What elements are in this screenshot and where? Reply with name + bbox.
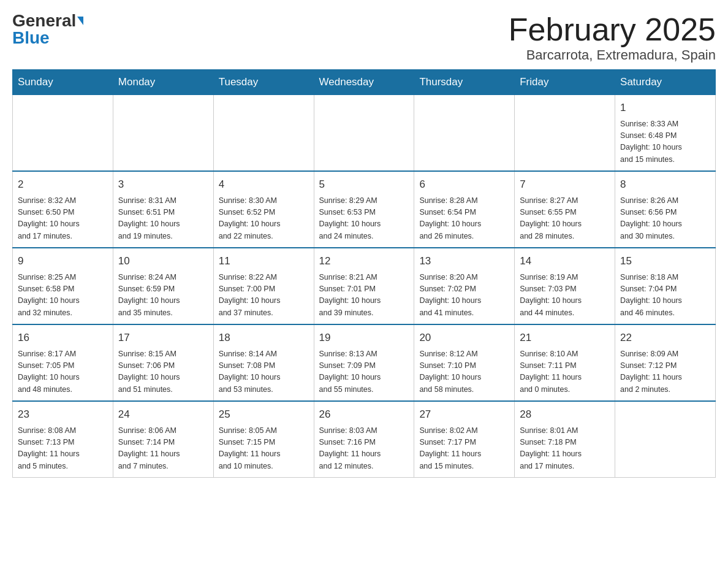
calendar-week-0: 1Sunrise: 8:33 AMSunset: 6:48 PMDaylight… [13,95,716,172]
calendar-table: Sunday Monday Tuesday Wednesday Thursday… [12,69,716,478]
page-header: General Blue February 2025 Barcarrota, E… [12,12,716,63]
table-row: 5Sunrise: 8:29 AMSunset: 6:53 PMDaylight… [314,171,414,248]
location-subtitle: Barcarrota, Extremadura, Spain [509,47,716,63]
day-number: 7 [520,177,610,193]
table-row [515,95,615,172]
day-info: Sunrise: 8:26 AMSunset: 6:56 PMDaylight:… [620,195,710,243]
day-number: 25 [219,407,309,423]
day-number: 19 [319,330,409,346]
table-row: 21Sunrise: 8:10 AMSunset: 7:11 PMDayligh… [515,324,615,401]
day-number: 28 [520,407,610,423]
day-info: Sunrise: 8:18 AMSunset: 7:04 PMDaylight:… [620,272,710,320]
day-info: Sunrise: 8:13 AMSunset: 7:09 PMDaylight:… [319,348,409,396]
table-row: 23Sunrise: 8:08 AMSunset: 7:13 PMDayligh… [13,401,113,478]
day-number: 6 [419,177,509,193]
calendar-header-row: Sunday Monday Tuesday Wednesday Thursday… [13,70,716,95]
table-row: 3Sunrise: 8:31 AMSunset: 6:51 PMDaylight… [113,171,213,248]
table-row: 8Sunrise: 8:26 AMSunset: 6:56 PMDaylight… [615,171,716,248]
table-row: 22Sunrise: 8:09 AMSunset: 7:12 PMDayligh… [615,324,716,401]
day-info: Sunrise: 8:01 AMSunset: 7:18 PMDaylight:… [520,425,610,473]
calendar-week-1: 2Sunrise: 8:32 AMSunset: 6:50 PMDaylight… [13,171,716,248]
table-row: 2Sunrise: 8:32 AMSunset: 6:50 PMDaylight… [13,171,113,248]
calendar-week-4: 23Sunrise: 8:08 AMSunset: 7:13 PMDayligh… [13,401,716,478]
day-number: 21 [520,330,610,346]
table-row [213,95,314,172]
header-thursday: Thursday [414,70,515,95]
table-row: 16Sunrise: 8:17 AMSunset: 7:05 PMDayligh… [13,324,113,401]
day-info: Sunrise: 8:20 AMSunset: 7:02 PMDaylight:… [419,272,509,320]
day-info: Sunrise: 8:08 AMSunset: 7:13 PMDaylight:… [18,425,108,473]
table-row: 18Sunrise: 8:14 AMSunset: 7:08 PMDayligh… [213,324,314,401]
header-tuesday: Tuesday [213,70,314,95]
day-info: Sunrise: 8:33 AMSunset: 6:48 PMDaylight:… [620,118,710,166]
day-number: 20 [419,330,509,346]
day-number: 12 [319,253,409,269]
header-wednesday: Wednesday [314,70,414,95]
table-row: 27Sunrise: 8:02 AMSunset: 7:17 PMDayligh… [414,401,515,478]
day-info: Sunrise: 8:24 AMSunset: 6:59 PMDaylight:… [118,272,208,320]
day-info: Sunrise: 8:12 AMSunset: 7:10 PMDaylight:… [419,348,509,396]
day-number: 26 [319,407,409,423]
day-info: Sunrise: 8:09 AMSunset: 7:12 PMDaylight:… [620,348,710,396]
table-row: 12Sunrise: 8:21 AMSunset: 7:01 PMDayligh… [314,248,414,324]
table-row: 17Sunrise: 8:15 AMSunset: 7:06 PMDayligh… [113,324,213,401]
day-info: Sunrise: 8:05 AMSunset: 7:15 PMDaylight:… [219,425,309,473]
day-number: 10 [118,253,208,269]
month-title: February 2025 [509,12,716,47]
day-number: 13 [419,253,509,269]
day-number: 24 [118,407,208,423]
day-info: Sunrise: 8:10 AMSunset: 7:11 PMDaylight:… [520,348,610,396]
day-number: 17 [118,330,208,346]
day-info: Sunrise: 8:27 AMSunset: 6:55 PMDaylight:… [520,195,610,243]
table-row: 24Sunrise: 8:06 AMSunset: 7:14 PMDayligh… [113,401,213,478]
day-number: 4 [219,177,309,193]
day-number: 11 [219,253,309,269]
header-saturday: Saturday [615,70,716,95]
table-row: 15Sunrise: 8:18 AMSunset: 7:04 PMDayligh… [615,248,716,324]
calendar-week-3: 16Sunrise: 8:17 AMSunset: 7:05 PMDayligh… [13,324,716,401]
day-number: 23 [18,407,108,423]
header-monday: Monday [113,70,213,95]
table-row [615,401,716,478]
day-info: Sunrise: 8:15 AMSunset: 7:06 PMDaylight:… [118,348,208,396]
day-info: Sunrise: 8:32 AMSunset: 6:50 PMDaylight:… [18,195,108,243]
table-row: 14Sunrise: 8:19 AMSunset: 7:03 PMDayligh… [515,248,615,324]
day-info: Sunrise: 8:02 AMSunset: 7:17 PMDaylight:… [419,425,509,473]
table-row: 25Sunrise: 8:05 AMSunset: 7:15 PMDayligh… [213,401,314,478]
table-row: 26Sunrise: 8:03 AMSunset: 7:16 PMDayligh… [314,401,414,478]
day-info: Sunrise: 8:03 AMSunset: 7:16 PMDaylight:… [319,425,409,473]
day-info: Sunrise: 8:29 AMSunset: 6:53 PMDaylight:… [319,195,409,243]
day-number: 5 [319,177,409,193]
day-info: Sunrise: 8:31 AMSunset: 6:51 PMDaylight:… [118,195,208,243]
day-number: 18 [219,330,309,346]
logo-blue: Blue [12,29,50,47]
day-number: 3 [118,177,208,193]
table-row: 13Sunrise: 8:20 AMSunset: 7:02 PMDayligh… [414,248,515,324]
day-info: Sunrise: 8:14 AMSunset: 7:08 PMDaylight:… [219,348,309,396]
day-number: 2 [18,177,108,193]
day-number: 15 [620,253,710,269]
logo-triangle-icon [77,17,83,25]
title-section: February 2025 Barcarrota, Extremadura, S… [509,12,716,63]
day-number: 14 [520,253,610,269]
header-friday: Friday [515,70,615,95]
day-info: Sunrise: 8:25 AMSunset: 6:58 PMDaylight:… [18,272,108,320]
day-info: Sunrise: 8:30 AMSunset: 6:52 PMDaylight:… [219,195,309,243]
day-info: Sunrise: 8:22 AMSunset: 7:00 PMDaylight:… [219,272,309,320]
day-number: 9 [18,253,108,269]
table-row: 1Sunrise: 8:33 AMSunset: 6:48 PMDaylight… [615,95,716,172]
table-row: 19Sunrise: 8:13 AMSunset: 7:09 PMDayligh… [314,324,414,401]
day-info: Sunrise: 8:19 AMSunset: 7:03 PMDaylight:… [520,272,610,320]
table-row: 6Sunrise: 8:28 AMSunset: 6:54 PMDaylight… [414,171,515,248]
day-number: 27 [419,407,509,423]
table-row: 10Sunrise: 8:24 AMSunset: 6:59 PMDayligh… [113,248,213,324]
table-row [113,95,213,172]
day-info: Sunrise: 8:17 AMSunset: 7:05 PMDaylight:… [18,348,108,396]
table-row: 7Sunrise: 8:27 AMSunset: 6:55 PMDaylight… [515,171,615,248]
day-number: 22 [620,330,710,346]
calendar-week-2: 9Sunrise: 8:25 AMSunset: 6:58 PMDaylight… [13,248,716,324]
day-info: Sunrise: 8:21 AMSunset: 7:01 PMDaylight:… [319,272,409,320]
table-row [414,95,515,172]
day-number: 1 [620,100,710,116]
logo-general: General [12,12,76,29]
